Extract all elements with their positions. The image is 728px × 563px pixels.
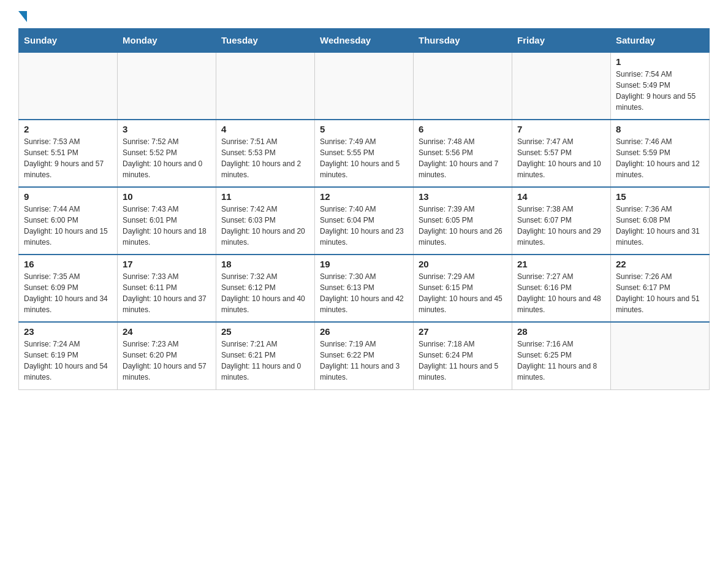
day-number: 5 (320, 124, 408, 134)
calendar-cell (512, 52, 611, 120)
day-number: 26 (320, 326, 408, 337)
calendar-cell: 17Sunrise: 7:33 AMSunset: 6:11 PMDayligh… (118, 255, 216, 322)
calendar-cell: 22Sunrise: 7:26 AMSunset: 6:17 PMDayligh… (611, 255, 710, 322)
calendar-cell: 24Sunrise: 7:23 AMSunset: 6:20 PMDayligh… (118, 322, 216, 389)
calendar-cell: 1Sunrise: 7:54 AMSunset: 5:49 PMDaylight… (611, 52, 710, 120)
day-number: 15 (616, 191, 704, 202)
day-info: Sunrise: 7:35 AMSunset: 6:09 PMDaylight:… (24, 271, 112, 315)
day-info: Sunrise: 7:21 AMSunset: 6:21 PMDaylight:… (221, 339, 309, 383)
day-info: Sunrise: 7:53 AMSunset: 5:51 PMDaylight:… (24, 136, 112, 180)
day-info: Sunrise: 7:23 AMSunset: 6:20 PMDaylight:… (123, 339, 211, 383)
logo-arrow-icon (18, 11, 27, 22)
day-info: Sunrise: 7:40 AMSunset: 6:04 PMDaylight:… (320, 204, 408, 248)
calendar-cell: 16Sunrise: 7:35 AMSunset: 6:09 PMDayligh… (19, 255, 118, 322)
calendar-cell: 19Sunrise: 7:30 AMSunset: 6:13 PMDayligh… (315, 255, 414, 322)
day-number: 9 (24, 191, 112, 202)
weekday-header-saturday: Saturday (611, 29, 710, 53)
day-info: Sunrise: 7:36 AMSunset: 6:08 PMDaylight:… (616, 204, 704, 248)
calendar-cell: 26Sunrise: 7:19 AMSunset: 6:22 PMDayligh… (315, 322, 414, 389)
calendar-cell: 15Sunrise: 7:36 AMSunset: 6:08 PMDayligh… (611, 187, 710, 255)
calendar-cell: 12Sunrise: 7:40 AMSunset: 6:04 PMDayligh… (315, 187, 414, 255)
calendar-week-row: 2Sunrise: 7:53 AMSunset: 5:51 PMDaylight… (19, 120, 710, 187)
weekday-header-thursday: Thursday (414, 29, 512, 53)
day-number: 4 (221, 124, 309, 134)
day-number: 20 (419, 259, 507, 269)
calendar-cell (611, 322, 710, 389)
calendar-cell (414, 52, 512, 120)
day-number: 22 (616, 259, 704, 269)
page-header (18, 12, 710, 22)
day-info: Sunrise: 7:27 AMSunset: 6:16 PMDaylight:… (517, 271, 605, 315)
calendar-week-row: 23Sunrise: 7:24 AMSunset: 6:19 PMDayligh… (19, 322, 710, 389)
day-number: 25 (221, 326, 309, 337)
day-info: Sunrise: 7:30 AMSunset: 6:13 PMDaylight:… (320, 271, 408, 315)
calendar-cell: 28Sunrise: 7:16 AMSunset: 6:25 PMDayligh… (512, 322, 611, 389)
day-number: 11 (221, 191, 309, 202)
calendar-cell: 7Sunrise: 7:47 AMSunset: 5:57 PMDaylight… (512, 120, 611, 187)
calendar-cell: 13Sunrise: 7:39 AMSunset: 6:05 PMDayligh… (414, 187, 512, 255)
calendar-cell: 11Sunrise: 7:42 AMSunset: 6:03 PMDayligh… (216, 187, 315, 255)
day-number: 24 (123, 326, 211, 337)
calendar-week-row: 9Sunrise: 7:44 AMSunset: 6:00 PMDaylight… (19, 187, 710, 255)
calendar-cell: 10Sunrise: 7:43 AMSunset: 6:01 PMDayligh… (118, 187, 216, 255)
calendar-week-row: 1Sunrise: 7:54 AMSunset: 5:49 PMDaylight… (19, 52, 710, 120)
day-info: Sunrise: 7:46 AMSunset: 5:59 PMDaylight:… (616, 136, 704, 180)
day-info: Sunrise: 7:29 AMSunset: 6:15 PMDaylight:… (419, 271, 507, 315)
calendar-cell: 20Sunrise: 7:29 AMSunset: 6:15 PMDayligh… (414, 255, 512, 322)
day-info: Sunrise: 7:47 AMSunset: 5:57 PMDaylight:… (517, 136, 605, 180)
day-number: 7 (517, 124, 605, 134)
calendar-cell: 4Sunrise: 7:51 AMSunset: 5:53 PMDaylight… (216, 120, 315, 187)
calendar-cell (118, 52, 216, 120)
weekday-header-tuesday: Tuesday (216, 29, 315, 53)
day-info: Sunrise: 7:19 AMSunset: 6:22 PMDaylight:… (320, 339, 408, 383)
day-number: 23 (24, 326, 112, 337)
calendar-cell: 6Sunrise: 7:48 AMSunset: 5:56 PMDaylight… (414, 120, 512, 187)
day-info: Sunrise: 7:52 AMSunset: 5:52 PMDaylight:… (123, 136, 211, 180)
calendar-cell: 21Sunrise: 7:27 AMSunset: 6:16 PMDayligh… (512, 255, 611, 322)
day-info: Sunrise: 7:51 AMSunset: 5:53 PMDaylight:… (221, 136, 309, 180)
calendar-cell: 14Sunrise: 7:38 AMSunset: 6:07 PMDayligh… (512, 187, 611, 255)
calendar-cell: 2Sunrise: 7:53 AMSunset: 5:51 PMDaylight… (19, 120, 118, 187)
day-info: Sunrise: 7:38 AMSunset: 6:07 PMDaylight:… (517, 204, 605, 248)
calendar-week-row: 16Sunrise: 7:35 AMSunset: 6:09 PMDayligh… (19, 255, 710, 322)
day-info: Sunrise: 7:42 AMSunset: 6:03 PMDaylight:… (221, 204, 309, 248)
day-info: Sunrise: 7:48 AMSunset: 5:56 PMDaylight:… (419, 136, 507, 180)
calendar-cell: 3Sunrise: 7:52 AMSunset: 5:52 PMDaylight… (118, 120, 216, 187)
calendar-cell (315, 52, 414, 120)
calendar-cell: 9Sunrise: 7:44 AMSunset: 6:00 PMDaylight… (19, 187, 118, 255)
day-info: Sunrise: 7:43 AMSunset: 6:01 PMDaylight:… (123, 204, 211, 248)
calendar-cell (216, 52, 315, 120)
weekday-header-row: SundayMondayTuesdayWednesdayThursdayFrid… (19, 29, 710, 53)
day-number: 14 (517, 191, 605, 202)
calendar-cell: 5Sunrise: 7:49 AMSunset: 5:55 PMDaylight… (315, 120, 414, 187)
day-info: Sunrise: 7:44 AMSunset: 6:00 PMDaylight:… (24, 204, 112, 248)
logo (18, 12, 27, 22)
weekday-header-sunday: Sunday (19, 29, 118, 53)
weekday-header-friday: Friday (512, 29, 611, 53)
day-number: 17 (123, 259, 211, 269)
day-number: 18 (221, 259, 309, 269)
calendar-cell: 18Sunrise: 7:32 AMSunset: 6:12 PMDayligh… (216, 255, 315, 322)
calendar-cell (19, 52, 118, 120)
calendar-cell: 8Sunrise: 7:46 AMSunset: 5:59 PMDaylight… (611, 120, 710, 187)
day-info: Sunrise: 7:32 AMSunset: 6:12 PMDaylight:… (221, 271, 309, 315)
day-info: Sunrise: 7:24 AMSunset: 6:19 PMDaylight:… (24, 339, 112, 383)
calendar-table: SundayMondayTuesdayWednesdayThursdayFrid… (18, 28, 710, 390)
day-info: Sunrise: 7:33 AMSunset: 6:11 PMDaylight:… (123, 271, 211, 315)
weekday-header-monday: Monday (118, 29, 216, 53)
calendar-cell: 23Sunrise: 7:24 AMSunset: 6:19 PMDayligh… (19, 322, 118, 389)
day-number: 13 (419, 191, 507, 202)
day-number: 27 (419, 326, 507, 337)
day-number: 3 (123, 124, 211, 134)
day-info: Sunrise: 7:18 AMSunset: 6:24 PMDaylight:… (419, 339, 507, 383)
day-number: 19 (320, 259, 408, 269)
day-number: 10 (123, 191, 211, 202)
day-info: Sunrise: 7:39 AMSunset: 6:05 PMDaylight:… (419, 204, 507, 248)
calendar-cell: 27Sunrise: 7:18 AMSunset: 6:24 PMDayligh… (414, 322, 512, 389)
day-number: 6 (419, 124, 507, 134)
day-info: Sunrise: 7:54 AMSunset: 5:49 PMDaylight:… (616, 69, 704, 113)
day-number: 8 (616, 124, 704, 134)
day-number: 2 (24, 124, 112, 134)
day-info: Sunrise: 7:49 AMSunset: 5:55 PMDaylight:… (320, 136, 408, 180)
weekday-header-wednesday: Wednesday (315, 29, 414, 53)
